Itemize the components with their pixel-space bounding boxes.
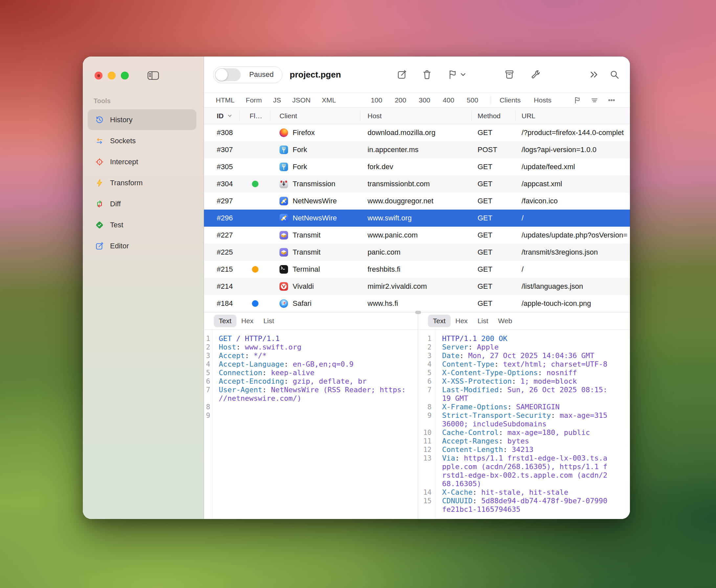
column-header-flag[interactable]: Fl…	[240, 111, 270, 121]
tab-hex[interactable]: Hex	[450, 315, 472, 327]
table-row[interactable]: #225 Transmit panic.com GET /transmit/s3…	[204, 244, 630, 261]
code-line: 13 Via: https/1.1 frstd1-edge-lx-003.ts.…	[418, 454, 630, 463]
request-id: #308	[204, 128, 240, 137]
request-id: #215	[204, 265, 240, 274]
tab-list[interactable]: List	[258, 315, 279, 327]
sidebar-item-transform[interactable]: Transform	[88, 172, 196, 193]
sidebar-item-intercept[interactable]: Intercept	[88, 151, 196, 172]
trash-icon[interactable]	[421, 69, 433, 80]
search-icon[interactable]	[609, 69, 620, 80]
method-cell: GET	[472, 128, 515, 137]
table-row[interactable]: #304 Transmission transmissionbt.com GET…	[204, 175, 630, 192]
code-text	[212, 403, 219, 411]
code-line: pple.com (acdn/268.16305), https/1.1 f	[418, 463, 630, 471]
code-text: 68.16305)	[436, 480, 481, 488]
response-tabs: Text Hex List Web	[418, 312, 630, 330]
filter-lines-icon[interactable]	[590, 96, 599, 104]
tab-text[interactable]: Text	[214, 315, 236, 327]
url-cell: /logs?api-version=1.0.0	[515, 146, 630, 154]
table-row[interactable]: #307 Fork in.appcenter.ms POST /logs?api…	[204, 141, 630, 158]
archive-icon[interactable]	[504, 69, 515, 80]
table-row[interactable]: #308 Firefox download.mozilla.org GET /?…	[204, 124, 630, 141]
paused-toggle[interactable]: Paused	[213, 66, 282, 83]
column-header-url[interactable]: URL	[515, 111, 630, 121]
filter-100[interactable]: 100	[371, 96, 382, 104]
column-header-id[interactable]: ID	[204, 111, 240, 121]
client-name: Fork	[293, 146, 307, 154]
overflow-chevrons-icon[interactable]	[589, 70, 599, 79]
sidebar-toggle-icon[interactable]	[147, 71, 159, 81]
minimize-button[interactable]	[108, 71, 115, 80]
table-row[interactable]: #296 NetNewsWire www.swift.org GET /	[204, 210, 630, 227]
code-line: 3 Accept: */*	[204, 352, 418, 360]
filter-json[interactable]: JSON	[292, 96, 311, 104]
filter-clients[interactable]: Clients	[500, 96, 521, 104]
sidebar-item-sockets[interactable]: Sockets	[88, 130, 196, 151]
table-row[interactable]: #214 Vivaldi mimir2.vivaldi.com GET /lis…	[204, 278, 630, 295]
filter-xml[interactable]: XML	[322, 96, 336, 104]
flag-dot	[252, 181, 258, 187]
line-number	[418, 394, 436, 403]
zoom-button[interactable]	[121, 71, 129, 80]
sidebar: Tools History	[83, 57, 204, 519]
host-cell: freshbits.fi	[360, 265, 472, 274]
sidebar-item-diff[interactable]: Diff	[88, 193, 196, 214]
response-pane: Text Hex List Web 1 HTTP/1.1 200 OK 2 Se…	[418, 312, 630, 519]
code-line: 6 Accept-Encoding: gzip, deflate, br	[204, 377, 418, 386]
code-text: Accept-Ranges: bytes	[436, 437, 529, 445]
filter-form[interactable]: Form	[246, 96, 262, 104]
line-number	[418, 480, 436, 488]
code-text: X-Content-Type-Options: nosniff	[436, 369, 577, 377]
table-row[interactable]: #297 NetNewsWire www.douggregor.net GET …	[204, 192, 630, 210]
tab-web[interactable]: Web	[493, 315, 517, 327]
sidebar-item-label: Sockets	[110, 136, 135, 145]
table-row[interactable]: #305 Fork fork.dev GET /update/feed.xml	[204, 158, 630, 175]
flag-menu-icon[interactable]	[447, 69, 466, 80]
filter-js[interactable]: JS	[273, 96, 281, 104]
flag-filter-icon[interactable]	[573, 96, 582, 104]
compose-icon[interactable]	[396, 69, 407, 80]
line-number	[418, 420, 436, 428]
filter-200[interactable]: 200	[395, 96, 406, 104]
line-number: 6	[418, 377, 436, 386]
column-header-method[interactable]: Method	[472, 111, 515, 121]
code-line: 4 Accept-Language: en-GB,en;q=0.9	[204, 360, 418, 369]
tab-hex[interactable]: Hex	[236, 315, 258, 327]
edited-indicator-dot	[97, 74, 100, 77]
line-number: 7	[418, 386, 436, 394]
line-number: 15	[418, 497, 436, 505]
tab-list[interactable]: List	[472, 315, 493, 327]
intercept-icon	[94, 157, 104, 167]
close-button[interactable]	[94, 71, 103, 80]
sidebar-item-editor[interactable]: Editor	[88, 235, 196, 256]
table-row[interactable]: #215 Terminal freshbits.fi GET /	[204, 261, 630, 278]
line-number: 8	[418, 403, 436, 411]
method-cell: GET	[472, 163, 515, 171]
table-row[interactable]: #227 Transmit www.panic.com GET /updates…	[204, 227, 630, 244]
toggle-track	[215, 68, 241, 81]
transmit-app-icon	[279, 248, 288, 256]
host-cell: download.mozilla.org	[360, 128, 472, 137]
filter-300[interactable]: 300	[419, 96, 430, 104]
column-header-host[interactable]: Host	[360, 111, 472, 121]
splitter-handle[interactable]	[415, 311, 421, 314]
table-row[interactable]: #184 Safari www.hs.fi GET /apple-touch-i…	[204, 295, 630, 312]
wrench-icon[interactable]	[530, 69, 541, 80]
client-name: NetNewsWire	[293, 197, 337, 205]
more-icon[interactable]	[607, 96, 616, 104]
filter-html[interactable]: HTML	[216, 96, 234, 104]
filter-hosts[interactable]: Hosts	[534, 96, 551, 104]
traffic-lights	[94, 71, 129, 80]
sidebar-item-history[interactable]: History	[88, 109, 196, 130]
line-number: 13	[418, 454, 436, 463]
column-header-client[interactable]: Client	[270, 111, 360, 121]
main-content: Paused project.pgen	[204, 57, 630, 519]
request-id: #307	[204, 146, 240, 154]
code-line: 9	[204, 411, 418, 420]
tab-text[interactable]: Text	[428, 315, 450, 327]
filter-500[interactable]: 500	[467, 96, 478, 104]
editor-icon	[94, 241, 104, 251]
sidebar-item-test[interactable]: Test	[88, 214, 196, 235]
client-name: Safari	[293, 299, 311, 308]
filter-400[interactable]: 400	[443, 96, 454, 104]
